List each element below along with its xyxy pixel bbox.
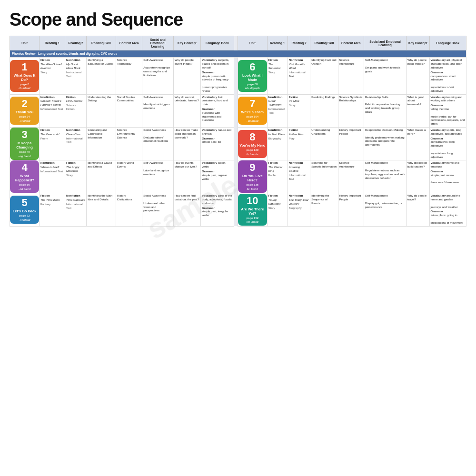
sel-cell: Responsible Decision-Making Identify pro… bbox=[364, 127, 407, 160]
unit-cell: 2 Thank You page 24 –st blend bbox=[10, 94, 40, 127]
table-row: 1 What Does It Do? page 8 ch- blend Fict… bbox=[10, 58, 466, 94]
skill-cell: Comparing and Contrasting Information bbox=[87, 127, 116, 160]
sel-cell: Self-Awareness Accurately recognize own … bbox=[142, 58, 173, 94]
skill-cell: Predicting Endings bbox=[310, 94, 338, 127]
skill-cell: Understanding the Setting bbox=[87, 94, 116, 127]
key-cell: Why do people travel? bbox=[407, 193, 429, 226]
key-cell: Why do we visit, celebrate, harvest? bbox=[173, 94, 200, 127]
skill-cell: Identifying the Sequence of Events bbox=[310, 193, 338, 226]
col-reading1-right: Reading 1 bbox=[267, 36, 288, 50]
col-key-right: Key Concept bbox=[407, 36, 429, 50]
reading1-cell: Fiction The Time Book Fantasy bbox=[40, 193, 65, 226]
unit-cell: 8 You're My Hero page 120 fr- blends bbox=[238, 127, 267, 160]
reading2-cell: Nonfiction Amazing Castles Informational… bbox=[288, 160, 310, 193]
lang-cell: Vocabulary sports, long adjectives, and … bbox=[429, 127, 466, 160]
key-cell: What makes a hero? bbox=[407, 127, 429, 160]
sel-cell: Relationship Skills Exhibit cooperative … bbox=[364, 94, 407, 127]
reading2-cell: Fiction First Harvest Science Fiction bbox=[65, 94, 86, 127]
reading2-cell: Fiction A New Hero Play bbox=[288, 127, 310, 160]
phonics-row: Phonics Review Long vowel sounds, blends… bbox=[10, 50, 466, 58]
reading1-cell: Nonfiction Great Teamwork Informational … bbox=[267, 94, 288, 127]
unit-cell: 5 Let's Go Back page 72 –nt blend bbox=[10, 193, 40, 226]
page-title: Scope and Sequence bbox=[10, 10, 466, 30]
content-cell: Science Architecture bbox=[338, 160, 364, 193]
sel-cell: Social Awareness Understand other views … bbox=[142, 193, 173, 226]
col-reading2-right: Reading 2 bbox=[288, 36, 310, 50]
reading2-cell: Nonfiction Clean Cars Informational Text bbox=[65, 127, 86, 160]
scope-sequence-table: Unit Reading 1 Reading 2 Reading Skill C… bbox=[10, 36, 466, 227]
skill-cell: Identifying a Sequence of Events bbox=[87, 58, 116, 94]
lang-cell: Vocabulary art, physical characteristics… bbox=[429, 58, 466, 94]
content-cell: Science Technology bbox=[116, 58, 142, 94]
key-cell: Why do people make things? bbox=[407, 58, 429, 94]
reading1-cell: Fiction The After-School Inventor Story bbox=[40, 58, 65, 94]
lang-cell: Vocabulary nature and animals Grammar si… bbox=[201, 127, 234, 160]
table-row: 5 Let's Go Back page 72 –nt blend Fictio… bbox=[10, 193, 466, 226]
skill-cell: Understanding Characters bbox=[310, 127, 338, 160]
col-reading1-left: Reading 1 bbox=[40, 36, 65, 50]
lang-cell: Vocabulary action verbs Grammar simple p… bbox=[201, 160, 234, 193]
col-sel-right: Social and Emotional Learning bbox=[364, 36, 407, 50]
reading1-cell: Fiction Young Naturalist Story bbox=[267, 193, 288, 226]
unit-cell: 4 What Happened? page 56 –nd blend bbox=[10, 160, 40, 193]
reading2-cell: Nonfiction My Good Ideas Book Instructio… bbox=[65, 58, 86, 94]
content-cell: Social Studies Communities bbox=[116, 94, 142, 127]
sel-cell: Self-Awareness Identify what triggers em… bbox=[142, 94, 173, 127]
col-unit-right: Unit bbox=[238, 36, 267, 50]
table-row: 2 Thank You page 24 –st blend Nonfiction… bbox=[10, 94, 466, 127]
col-content-right: Content Area bbox=[338, 36, 364, 50]
unit-cell: 3 It Keeps Changing page 40 –ng blend bbox=[10, 127, 40, 160]
table-row: 3 It Keeps Changing page 40 –ng blend Fi… bbox=[10, 127, 466, 160]
key-cell: How can we find out about the past? bbox=[173, 193, 200, 226]
unit-cell: 6 Look What I Made page 88 wh- digraph bbox=[238, 58, 267, 94]
key-cell: How do events change our lives? bbox=[173, 160, 200, 193]
col-sel-left: Social and Emotional Learning bbox=[142, 36, 173, 50]
col-lang-left: Language Book bbox=[201, 36, 234, 50]
content-cell: History Important People bbox=[338, 127, 364, 160]
reading2-cell: Fiction The Angry Mountain Story bbox=[65, 160, 86, 193]
col-reading2-left: Reading 2 bbox=[65, 36, 86, 50]
reading1-cell: Fiction The Clever King Fable bbox=[267, 160, 288, 193]
reading2-cell: Nonfiction Time Capsules Informational T… bbox=[65, 193, 86, 226]
table-row: 4 What Happened? page 56 –nd blend Nonfi… bbox=[10, 160, 466, 193]
content-cell: History World Events bbox=[116, 160, 142, 193]
unit-cell: 1 What Does It Do? page 8 ch- blend bbox=[10, 58, 40, 94]
sel-cell: Social Awareness Evaluate others' emotio… bbox=[142, 127, 173, 160]
lang-cell: Vocabulary parts of the body, adjectives… bbox=[201, 193, 234, 226]
reading2-cell: Nonfiction Visit Gaudí's Word Informatio… bbox=[288, 58, 310, 94]
lang-cell: Vocabulary around the home and gardenjou… bbox=[429, 193, 466, 226]
unit-cell: 7 We're a Team page 104 –ck blend bbox=[238, 94, 267, 127]
col-skill-right: Reading Skill bbox=[310, 36, 338, 50]
unit-cell: 9 Do You Live Here? page 136 br- blend bbox=[238, 160, 267, 193]
sel-cell: Self-Management Regulate emotions such a… bbox=[364, 160, 407, 193]
skill-cell: Identifying a Cause and Effects bbox=[87, 160, 116, 193]
col-content-left: Content Area bbox=[116, 36, 142, 50]
lang-cell: Vocabulary subjects, places and objects … bbox=[201, 58, 234, 94]
key-cell: Why do people invent things? bbox=[173, 58, 200, 94]
content-cell: Science Symbiotic Relationships bbox=[338, 94, 364, 127]
sel-cell: Self-Awareness Label and recognize emoti… bbox=[142, 160, 173, 193]
skill-cell: Identifying the Main Idea and Details bbox=[87, 193, 116, 226]
key-cell: What is good about teamwork? bbox=[407, 94, 429, 127]
lang-cell: Vocabulary home and emotions Grammar sim… bbox=[429, 160, 466, 193]
reading2-cell: Nonfiction The Thirty-Year Journey Biogr… bbox=[288, 193, 310, 226]
content-cell: Science Environmental Science bbox=[116, 127, 142, 160]
reading1-cell: Fiction The Superstar Story bbox=[267, 58, 288, 94]
reading1-cell: Fiction The Bear and I Poem bbox=[40, 127, 65, 160]
skill-cell: Identifying Fact and Opinion bbox=[310, 58, 338, 94]
content-cell: Science Architecture bbox=[338, 58, 364, 94]
reading2-cell: Fiction It's Mine Story bbox=[288, 94, 310, 127]
key-cell: How can we make good changes in our worl… bbox=[173, 127, 200, 160]
col-key-left: Key Concept bbox=[173, 36, 200, 50]
col-skill-left: Reading Skill bbox=[87, 36, 116, 50]
sel-cell: Self-Management Display grit, determinat… bbox=[364, 193, 407, 226]
lang-cell: Vocabulary teaming and working with othe… bbox=[429, 94, 466, 127]
skill-cell: Scanning for Specific Information bbox=[310, 160, 338, 193]
sel-cell: Self-Management Set plans and work towar… bbox=[364, 58, 407, 94]
col-lang-right: Language Book bbox=[429, 36, 466, 50]
key-cell: Why did people build castles? bbox=[407, 160, 429, 193]
reading1-cell: Nonfiction Where is She? Informational T… bbox=[40, 160, 65, 193]
unit-cell: 10 Are We There Yet? page 152 sw- blend bbox=[238, 193, 267, 226]
reading1-cell: Nonfiction In First Place Biography bbox=[267, 127, 288, 160]
lang-cell: Vocabulary fruit, containers, food and d… bbox=[201, 94, 234, 127]
